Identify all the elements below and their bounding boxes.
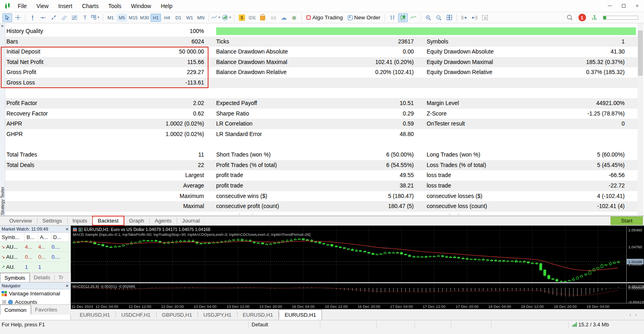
stat-value: 6 (50.00%) xyxy=(287,150,414,160)
menu-charts[interactable]: Charts xyxy=(77,3,103,9)
stats-row: Averageconsecutive winsconsecutive losse… xyxy=(5,212,638,214)
chart-tab-1[interactable]: USDCHF,H1 xyxy=(116,309,156,320)
market-watch-row[interactable]: ↘AU...0...0...0.... xyxy=(0,252,70,262)
navigator-item-broker[interactable]: Vantage International xyxy=(0,289,70,298)
level-icon[interactable]: ⇧LVL xyxy=(590,13,599,22)
vertical-line-tool-icon[interactable] xyxy=(28,13,37,22)
market-watch-row[interactable]: ↘AU...4...4...0.... xyxy=(0,242,70,252)
trendline-tool-icon[interactable] xyxy=(49,13,58,22)
status-profile[interactable]: Default xyxy=(252,322,268,328)
chart-tab-5[interactable]: EURUSD,H1 xyxy=(279,309,322,320)
price-chart-canvas[interactable] xyxy=(71,226,644,309)
chart-tab-0[interactable]: EURUSD,H1 xyxy=(74,309,116,320)
timeframe-d1[interactable]: D1 xyxy=(173,14,184,22)
new-order-button[interactable]: New Order xyxy=(354,14,380,21)
stat-label: Symbols xyxy=(427,37,448,47)
market-watch-header: Symb...B...A...D... xyxy=(0,233,70,242)
timeframe-w1[interactable]: W1 xyxy=(184,14,195,22)
stat-value: 50 000.00 xyxy=(66,47,204,57)
web-services-icon[interactable]: ⊕ xyxy=(289,13,299,22)
cursor-tool-icon[interactable] xyxy=(2,13,12,22)
menu-window[interactable]: Window xyxy=(126,3,156,9)
menu-view[interactable]: View xyxy=(32,3,54,9)
market-watch-panel: Market Watch: 11:09:49 ✕ Symb...B...A...… xyxy=(0,225,71,282)
tester-scrollbar-thumb[interactable] xyxy=(638,31,643,76)
stat-value: Maximum xyxy=(66,191,204,202)
toolbar-separator xyxy=(208,14,209,21)
chart-area[interactable]: EURUSD,H1: Euro vs US Dollar 1.04079 1.0… xyxy=(71,225,644,309)
market-watch-close-icon[interactable]: ✕ xyxy=(66,227,69,231)
ide-icon[interactable]: IDE xyxy=(248,13,257,22)
line-chart-mode-icon[interactable] xyxy=(409,13,418,22)
timeframe-h1[interactable]: H1 xyxy=(151,14,161,22)
chart-tab-3[interactable]: USDJPY,H1 xyxy=(198,309,237,320)
tester-tab-graph[interactable]: Graph xyxy=(124,216,150,225)
mw-tab-details[interactable]: Details xyxy=(30,273,54,282)
tester-tab-journal[interactable]: Journal xyxy=(177,216,205,225)
mw-tab-tr[interactable]: Tr xyxy=(54,273,67,282)
horizontal-line-tool-icon[interactable] xyxy=(38,13,48,22)
menu-file[interactable]: File xyxy=(13,3,32,9)
fibonacci-tool-icon[interactable] xyxy=(70,13,79,22)
timeframe-mn[interactable]: MN xyxy=(196,14,206,22)
timeframe-m1[interactable]: M1 xyxy=(105,14,116,22)
mw-tab-symbols[interactable]: Symbols xyxy=(0,273,30,282)
indicators-icon[interactable]: ▼ xyxy=(222,13,232,22)
cloud-icon[interactable]: ☁ xyxy=(279,13,289,22)
tester-scrollbar[interactable] xyxy=(638,23,643,216)
mw-col-header[interactable]: A... xyxy=(38,233,52,241)
tester-tab-settings[interactable]: Settings xyxy=(37,216,67,225)
stat-value: -102.41 (4) xyxy=(500,201,625,212)
bar-chart-mode-icon[interactable] xyxy=(388,13,397,22)
notifications-badge[interactable]: 1 xyxy=(577,13,587,22)
timeframe-m30[interactable]: M30 xyxy=(139,14,150,22)
tester-close-icon[interactable]: ✕ xyxy=(1,24,4,28)
zoom-out-icon[interactable] xyxy=(434,13,444,22)
tester-side-strip: ✕ Strategy Tester xyxy=(0,23,5,216)
mw-col-header[interactable]: Symb... xyxy=(0,233,25,241)
candlestick-mode-icon[interactable] xyxy=(398,13,408,22)
crosshair-tool-icon[interactable] xyxy=(13,13,23,22)
nav-tab-favorites[interactable]: Favorites xyxy=(31,305,62,315)
screenshot-icon[interactable] xyxy=(480,13,490,22)
tester-tab-overview[interactable]: Overview xyxy=(4,216,37,225)
search-icon[interactable] xyxy=(565,13,574,22)
chart-tab-scroll-right-icon[interactable]: › xyxy=(635,312,637,318)
timeframe-m5[interactable]: M5 xyxy=(117,14,127,22)
tester-tab-agents[interactable]: Agents xyxy=(149,216,177,225)
menu-insert[interactable]: Insert xyxy=(54,3,77,9)
tile-windows-icon[interactable] xyxy=(444,13,454,22)
shop-bag-icon[interactable] xyxy=(258,13,268,22)
menu-tools[interactable]: Tools xyxy=(103,3,126,9)
zoom-in-icon[interactable] xyxy=(423,13,433,22)
market-watch-row[interactable]: ↗AU.11 xyxy=(0,262,70,272)
nav-tab-common[interactable]: Common xyxy=(0,305,31,315)
mw-col-header[interactable]: D... xyxy=(52,233,69,241)
minimize-button[interactable] xyxy=(603,1,617,11)
expand-icon[interactable] xyxy=(2,300,6,304)
restore-button[interactable] xyxy=(617,1,630,11)
timeframe-m15[interactable]: M15 xyxy=(128,14,138,22)
stat-value: 5 (45.45%) xyxy=(500,160,625,171)
line-chart-type-icon[interactable]: ▼ xyxy=(211,13,221,22)
chart-tab-scroll-left-icon[interactable]: ‹ xyxy=(630,312,631,318)
shift-end-icon[interactable] xyxy=(459,13,469,22)
tester-tab-backtest-active[interactable]: Backtest xyxy=(93,216,124,225)
stat-label: Long Trades (won %) xyxy=(427,150,480,160)
channel-tool-icon[interactable] xyxy=(59,13,69,22)
market-icon[interactable]: $ xyxy=(237,13,247,22)
navigator-close-icon[interactable]: ✕ xyxy=(66,284,69,288)
chart-tab-2[interactable]: GBPUSD,H1 xyxy=(156,309,198,320)
start-button[interactable]: Start xyxy=(611,216,643,225)
shapes-tool-icon[interactable]: ▼ xyxy=(91,13,100,22)
text-tool-icon[interactable]: T xyxy=(80,13,90,22)
market-watch-title: Market Watch: 11:09:49 xyxy=(2,227,48,231)
algo-trading-button[interactable]: Algo Trading xyxy=(312,14,343,21)
chart-tab-4[interactable]: EURUSD,H1 xyxy=(237,309,279,320)
close-button[interactable]: × xyxy=(630,1,644,11)
shift-back-icon[interactable] xyxy=(470,13,479,22)
timeframe-h4[interactable]: H4 xyxy=(162,14,172,22)
menu-help[interactable]: Help xyxy=(156,3,177,9)
mw-col-header[interactable]: B... xyxy=(25,233,38,241)
tester-tab-inputs[interactable]: Inputs xyxy=(67,216,93,225)
